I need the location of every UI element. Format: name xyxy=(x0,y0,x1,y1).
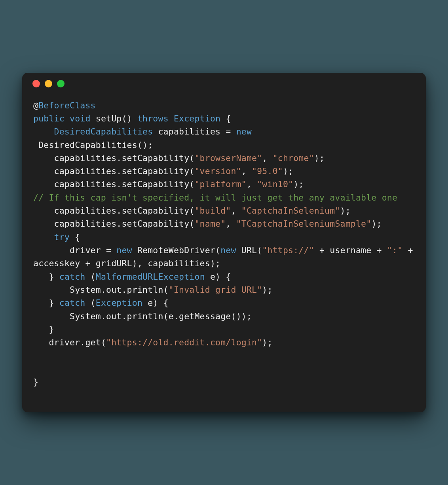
code-token: ":" xyxy=(387,245,402,255)
code-token: "https://" xyxy=(262,245,314,255)
code-token: "version" xyxy=(194,166,241,176)
code-token: "browserName" xyxy=(194,153,262,163)
code-window: @BeforeClass public void setUp() throws … xyxy=(22,73,426,413)
maximize-icon[interactable] xyxy=(57,80,65,87)
code-token: "Invalid grid URL" xyxy=(169,285,262,295)
code-token: "build" xyxy=(194,206,231,216)
code-token: , xyxy=(262,153,272,163)
code-token: + username + xyxy=(314,245,387,255)
code-token: DesiredCapabilities xyxy=(54,127,153,136)
code-token: , xyxy=(226,219,236,229)
code-token: // If this cap isn't specified, it will … xyxy=(33,193,397,203)
code-token: URL( xyxy=(236,245,262,255)
code-editor[interactable]: @BeforeClass public void setUp() throws … xyxy=(22,95,426,413)
code-token: DesiredCapabilities(); capabilities.setC… xyxy=(33,140,194,163)
code-token: , xyxy=(241,166,252,176)
code-token: new xyxy=(220,245,236,255)
code-token: try xyxy=(54,232,70,242)
minimize-icon[interactable] xyxy=(45,80,52,87)
code-token: Exception xyxy=(174,114,220,123)
code-token: MalformedURLException xyxy=(96,272,205,282)
code-token xyxy=(169,114,174,123)
code-token: "chrome" xyxy=(273,153,314,163)
code-token: capabilities = xyxy=(153,127,236,136)
code-token: "win10" xyxy=(257,179,293,189)
code-token: , xyxy=(247,179,257,189)
code-token: , xyxy=(231,206,241,216)
code-token: new xyxy=(116,245,132,255)
code-token: catch xyxy=(59,272,85,282)
close-icon[interactable] xyxy=(32,80,40,87)
window-titlebar xyxy=(22,73,426,95)
code-token: RemoteWebDriver( xyxy=(132,245,220,255)
code-token: ( xyxy=(85,298,95,308)
code-token: ); xyxy=(293,179,304,189)
code-token: "https://old.reddit.com/login" xyxy=(106,337,262,347)
code-token: "95.0" xyxy=(252,166,283,176)
code-token: capabilities.setCapability( xyxy=(33,206,194,216)
code-token: "CaptchaInSelenium" xyxy=(241,206,340,216)
code-token: "platform" xyxy=(194,179,246,189)
code-token: @ xyxy=(33,100,38,110)
code-token: Exception xyxy=(96,298,142,308)
code-token: void xyxy=(70,114,91,123)
code-token: BeforeClass xyxy=(38,100,96,110)
code-token: public xyxy=(33,114,65,123)
code-token: catch xyxy=(59,298,85,308)
code-token xyxy=(65,114,70,123)
code-token: "name" xyxy=(194,219,226,229)
code-token: setUp() xyxy=(91,114,137,123)
code-token: ( xyxy=(85,272,95,282)
code-token: "TCaptchaInSeleniumSample" xyxy=(236,219,372,229)
code-token: new xyxy=(236,127,252,136)
code-token: throws xyxy=(137,114,169,123)
